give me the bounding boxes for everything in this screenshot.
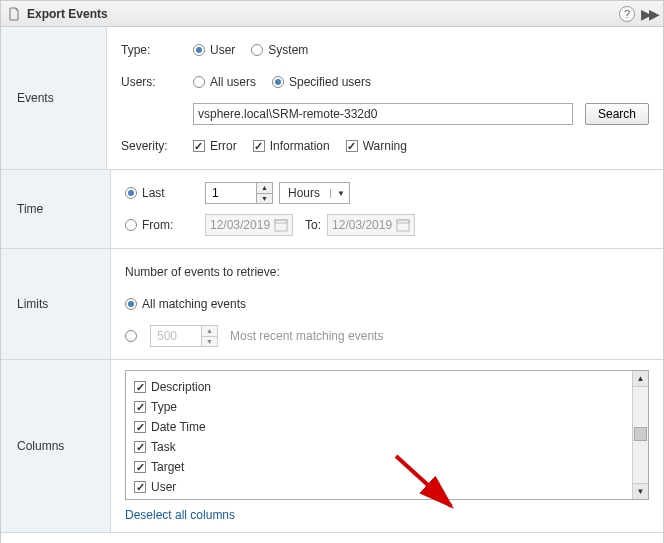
- radio-limits-count[interactable]: [125, 330, 142, 342]
- check-col-datetime[interactable]: Date Time: [134, 420, 206, 434]
- from-date-field[interactable]: 12/03/2019: [205, 214, 293, 236]
- severity-label: Severity:: [121, 139, 193, 153]
- listbox-scrollbar[interactable]: ▲ ▼: [632, 371, 648, 499]
- section-events: Events Type: User System Users: All user…: [1, 27, 663, 170]
- titlebar: Export Events ? ▶▶: [1, 1, 663, 27]
- document-icon: [7, 7, 21, 21]
- section-columns: Columns Description Type Date Time Task …: [1, 360, 663, 533]
- users-label: Users:: [121, 75, 193, 89]
- radio-users-specified[interactable]: Specified users: [272, 75, 371, 89]
- expand-icon[interactable]: ▶▶: [641, 6, 657, 22]
- check-col-user[interactable]: User: [134, 480, 176, 494]
- chevron-down-icon: ▼: [330, 189, 345, 198]
- scroll-up-icon[interactable]: ▲: [633, 371, 648, 387]
- radio-type-user[interactable]: User: [193, 43, 235, 57]
- scroll-down-icon[interactable]: ▼: [633, 483, 648, 499]
- limits-count-stepper[interactable]: ▲▼: [150, 325, 218, 347]
- svg-rect-1: [275, 220, 287, 223]
- svg-rect-0: [275, 220, 287, 231]
- last-value-input[interactable]: [206, 183, 256, 203]
- columns-listbox: Description Type Date Time Task Target U…: [125, 370, 649, 500]
- limits-count-hint: Most recent matching events: [230, 329, 383, 343]
- time-unit-dropdown[interactable]: Hours ▼: [279, 182, 350, 204]
- radio-type-system[interactable]: System: [251, 43, 308, 57]
- check-severity-warning[interactable]: Warning: [346, 139, 407, 153]
- search-button[interactable]: Search: [585, 103, 649, 125]
- to-label: To:: [305, 218, 321, 232]
- dialog-title: Export Events: [27, 7, 619, 21]
- last-value-stepper[interactable]: ▲▼: [205, 182, 273, 204]
- calendar-icon: [274, 218, 288, 232]
- calendar-icon: [396, 218, 410, 232]
- type-label: Type:: [121, 43, 193, 57]
- section-time: Time Last ▲▼ Hours ▼ From:: [1, 170, 663, 249]
- check-severity-information[interactable]: Information: [253, 139, 330, 153]
- section-limits: Limits Number of events to retrieve: All…: [1, 249, 663, 360]
- stepper-up-icon[interactable]: ▲: [202, 326, 217, 337]
- check-col-description[interactable]: Description: [134, 380, 211, 394]
- radio-time-from[interactable]: From:: [125, 218, 189, 232]
- dialog-footer: Generate CSV Report Cancel: [1, 533, 663, 543]
- section-label-time: Time: [1, 170, 111, 248]
- stepper-down-icon[interactable]: ▼: [202, 337, 217, 347]
- stepper-down-icon[interactable]: ▼: [257, 194, 272, 204]
- svg-rect-3: [397, 220, 409, 223]
- check-col-type[interactable]: Type: [134, 400, 177, 414]
- radio-limits-all[interactable]: All matching events: [125, 297, 246, 311]
- deselect-all-link[interactable]: Deselect all columns: [125, 508, 235, 522]
- scrollbar-thumb[interactable]: [634, 427, 647, 441]
- export-events-dialog: Export Events ? ▶▶ Events Type: User Sys…: [0, 0, 664, 543]
- limits-heading: Number of events to retrieve:: [125, 265, 280, 279]
- help-icon[interactable]: ?: [619, 6, 635, 22]
- radio-users-all[interactable]: All users: [193, 75, 256, 89]
- stepper-up-icon[interactable]: ▲: [257, 183, 272, 194]
- section-label-events: Events: [1, 27, 107, 169]
- radio-time-last[interactable]: Last: [125, 186, 189, 200]
- section-label-columns: Columns: [1, 360, 111, 532]
- users-search-input[interactable]: [193, 103, 573, 125]
- to-date-field[interactable]: 12/03/2019: [327, 214, 415, 236]
- check-col-task[interactable]: Task: [134, 440, 176, 454]
- check-severity-error[interactable]: Error: [193, 139, 237, 153]
- check-col-target[interactable]: Target: [134, 460, 184, 474]
- section-label-limits: Limits: [1, 249, 111, 359]
- svg-rect-2: [397, 220, 409, 231]
- limits-count-input[interactable]: [151, 326, 201, 346]
